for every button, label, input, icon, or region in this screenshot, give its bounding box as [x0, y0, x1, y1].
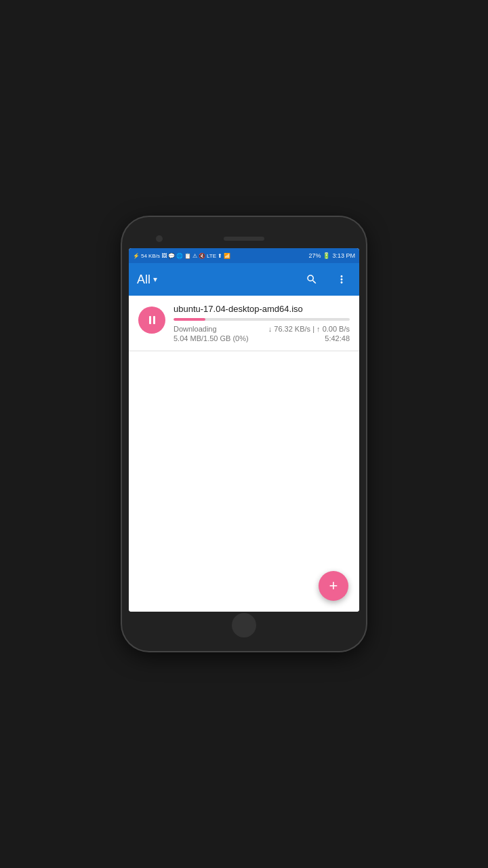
- mute-icon: 🔇: [199, 253, 205, 259]
- content-area: ubuntu-17.04-desktop-amd64.iso Downloadi…: [129, 296, 359, 612]
- app-bar-actions: [302, 270, 351, 289]
- plus-icon: +: [329, 578, 338, 593]
- download-stats-row1: Downloading ↓ 76.32 KB/s | ↑ 0.00 B/s: [174, 325, 350, 333]
- network-speed-text: 54 KB/s: [141, 253, 160, 259]
- app-bar-title-group[interactable]: All ▾: [137, 273, 297, 287]
- download-stats-row2: 5.04 MB/1.50 GB (0%) 5:42:48: [174, 334, 350, 342]
- phone-screen: ⚡ 54 KB/s 🖼 💬 🌐 📋 ⚠ 🔇 LTE ⬆ 📶 27% 🔋 3:13…: [129, 248, 359, 612]
- file-name: ubuntu-17.04-desktop-amd64.iso: [174, 304, 350, 314]
- download-info: ubuntu-17.04-desktop-amd64.iso Downloadi…: [174, 304, 350, 342]
- phone-camera: [156, 235, 163, 242]
- progress-bar-background: [174, 318, 350, 321]
- status-right: 27% 🔋 3:13 PM: [308, 252, 355, 259]
- network-speed-icon: ⚡: [133, 253, 140, 259]
- battery-text: 27%: [308, 252, 321, 259]
- size-info: 5.04 MB/1.50 GB (0%): [174, 334, 249, 342]
- search-button[interactable]: [302, 270, 321, 289]
- app-bar-title-text: All: [137, 273, 150, 287]
- status-bar: ⚡ 54 KB/s 🖼 💬 🌐 📋 ⚠ 🔇 LTE ⬆ 📶 27% 🔋 3:13…: [129, 248, 359, 263]
- phone-bottom: [129, 612, 359, 639]
- pause-button[interactable]: [138, 307, 165, 334]
- data-icon: ⬆: [218, 253, 222, 259]
- phone-speaker: [224, 237, 264, 241]
- lte-icon: LTE: [207, 253, 216, 259]
- time-remaining: 5:42:48: [325, 334, 350, 342]
- whatsapp-icon: 💬: [168, 253, 175, 259]
- battery-icon: 🔋: [323, 252, 330, 259]
- progress-bar-fill: [174, 318, 205, 321]
- clipboard-icon: 📋: [184, 253, 191, 259]
- download-item: ubuntu-17.04-desktop-amd64.iso Downloadi…: [129, 296, 359, 351]
- phone-top-bar: [129, 229, 359, 248]
- dropdown-arrow-icon[interactable]: ▾: [153, 275, 157, 284]
- signal-icon: 📶: [224, 253, 230, 259]
- browser-icon: 🌐: [176, 253, 183, 259]
- add-download-fab[interactable]: +: [319, 571, 348, 601]
- status-left-icons: ⚡ 54 KB/s 🖼 💬 🌐 📋 ⚠ 🔇 LTE ⬆ 📶: [133, 253, 230, 259]
- more-options-button[interactable]: [332, 270, 351, 289]
- image-icon: 🖼: [161, 253, 167, 259]
- app-bar: All ▾: [129, 263, 359, 296]
- download-speed: ↓ 76.32 KB/s: [268, 325, 310, 333]
- speed-info: ↓ 76.32 KB/s | ↑ 0.00 B/s: [268, 325, 350, 333]
- upload-speed: ↑ 0.00 B/s: [317, 325, 350, 333]
- download-status-text: Downloading: [174, 325, 217, 333]
- pause-icon: [149, 316, 155, 324]
- phone-shell: ⚡ 54 KB/s 🖼 💬 🌐 📋 ⚠ 🔇 LTE ⬆ 📶 27% 🔋 3:13…: [122, 217, 366, 651]
- warning-icon: ⚠: [192, 253, 197, 259]
- home-button[interactable]: [232, 613, 256, 637]
- time-text: 3:13 PM: [332, 252, 355, 259]
